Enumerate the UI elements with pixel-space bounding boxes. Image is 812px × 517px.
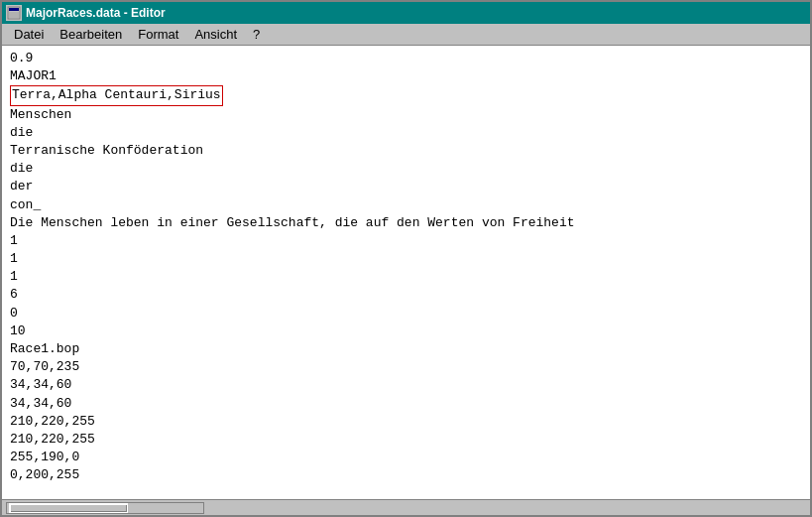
editor-content: 0.9 MAJOR1 Terra,Alpha Centauri,Sirius M… (10, 50, 802, 485)
menu-bar: Datei Bearbeiten Format Ansicht ? (2, 24, 810, 46)
window-icon (6, 5, 22, 21)
window-title: MajorRaces.data - Editor (26, 6, 166, 20)
menu-bearbeiten[interactable]: Bearbeiten (52, 25, 130, 44)
svg-rect-1 (9, 8, 19, 11)
main-window: MajorRaces.data - Editor Datei Bearbeite… (0, 0, 812, 517)
title-bar-left: MajorRaces.data - Editor (6, 5, 166, 21)
menu-format[interactable]: Format (130, 25, 186, 44)
highlighted-line: Terra,Alpha Centauri,Sirius (10, 85, 223, 105)
scrollbar-track[interactable] (6, 502, 204, 514)
menu-ansicht[interactable]: Ansicht (186, 25, 245, 44)
editor-area[interactable]: 0.9 MAJOR1 Terra,Alpha Centauri,Sirius M… (2, 46, 810, 499)
menu-datei[interactable]: Datei (6, 25, 52, 44)
scrollbar-thumb[interactable] (9, 503, 128, 513)
horizontal-scrollbar[interactable] (2, 499, 810, 515)
title-bar: MajorRaces.data - Editor (2, 2, 810, 24)
menu-help[interactable]: ? (245, 25, 268, 44)
